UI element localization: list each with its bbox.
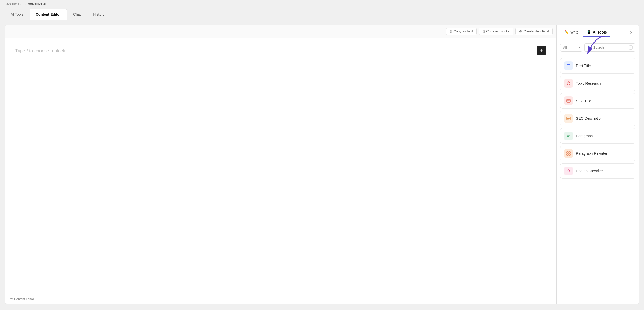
editor-content[interactable]: Type / to choose a block +: [5, 38, 556, 295]
main-area: ⎘ Copy as Text ⎘ Copy as Blocks ⊕ Create…: [5, 25, 639, 304]
copy-as-blocks-label: Copy as Blocks: [486, 29, 509, 33]
breadcrumb-current: CONTENT AI: [28, 3, 46, 6]
sidebar-panel: ✏️ Write 📱 AI Tools × All SEO Content So…: [557, 25, 639, 304]
sidebar-tab-ai-tools[interactable]: 📱 AI Tools: [583, 28, 610, 37]
svg-rect-14: [567, 136, 569, 137]
svg-point-3: [567, 82, 570, 85]
search-icon: 🔍: [587, 45, 592, 50]
search-box[interactable]: 🔍 /: [584, 43, 635, 52]
create-post-icon: ⊕: [519, 29, 522, 33]
svg-rect-16: [569, 152, 570, 153]
sidebar-controls: All SEO Content Social ▾ 🔍 /: [557, 40, 639, 55]
svg-rect-11: [567, 119, 569, 120]
svg-rect-2: [567, 67, 568, 67]
breadcrumb-separator: /: [25, 3, 26, 6]
paragraph-label: Paragraph: [576, 134, 593, 138]
editor-toolbar: ⎘ Copy as Text ⎘ Copy as Blocks ⊕ Create…: [5, 25, 556, 38]
svg-rect-7: [567, 101, 569, 101]
tool-item-post-title[interactable]: Post Title: [560, 58, 635, 74]
svg-rect-17: [567, 154, 568, 155]
copy-text-icon: ⎘: [450, 29, 452, 33]
topic-research-label: Topic Research: [576, 81, 601, 85]
editor-footer: RM Content Editor: [5, 295, 556, 304]
tab-ai-tools[interactable]: AI Tools: [5, 9, 29, 20]
create-new-post-label: Create New Post: [524, 29, 549, 33]
post-title-icon: [564, 61, 573, 70]
editor-footer-label: RM Content Editor: [9, 297, 34, 301]
sidebar-tab-write[interactable]: ✏️ Write: [561, 28, 582, 37]
svg-rect-12: [567, 135, 570, 135]
sidebar-header: ✏️ Write 📱 AI Tools ×: [557, 25, 639, 40]
seo-description-label: SEO Description: [576, 116, 602, 120]
editor-placeholder: Type / to choose a block: [15, 48, 65, 54]
tool-item-topic-research[interactable]: Topic Research: [560, 76, 635, 91]
seo-title-icon: [564, 96, 573, 105]
tab-content-editor[interactable]: Content Editor: [30, 9, 67, 20]
tool-item-content-rewriter[interactable]: Content Rewriter: [560, 163, 635, 179]
paragraph-rewriter-label: Paragraph Rewriter: [576, 151, 607, 156]
tool-item-paragraph-rewriter[interactable]: Paragraph Rewriter: [560, 146, 635, 161]
write-tab-label: Write: [570, 30, 579, 34]
svg-rect-10: [567, 118, 570, 119]
svg-rect-15: [567, 152, 568, 153]
breadcrumb: DASHBOARD / CONTENT AI: [0, 0, 644, 8]
copy-blocks-icon: ⎘: [483, 29, 485, 33]
tabs-bar: AI Tools Content Editor Chat History: [0, 8, 644, 20]
tab-chat[interactable]: Chat: [67, 9, 87, 20]
sidebar-close-button[interactable]: ×: [628, 29, 635, 36]
svg-rect-0: [567, 64, 570, 65]
content-rewriter-icon: [564, 167, 573, 175]
svg-rect-18: [569, 154, 570, 155]
search-shortcut-badge: /: [629, 45, 633, 50]
paragraph-rewriter-icon: [564, 149, 573, 158]
topic-research-icon: [564, 79, 573, 88]
svg-rect-9: [567, 118, 570, 118]
write-icon: ✏️: [564, 30, 569, 34]
svg-point-4: [568, 83, 569, 84]
filter-select[interactable]: All SEO Content Social: [560, 44, 582, 52]
post-title-label: Post Title: [576, 64, 591, 68]
seo-title-label: SEO Title: [576, 99, 591, 103]
svg-rect-1: [567, 66, 569, 66]
svg-rect-6: [567, 100, 570, 101]
tool-item-seo-title[interactable]: SEO Title: [560, 93, 635, 109]
tab-history[interactable]: History: [87, 9, 110, 20]
content-rewriter-label: Content Rewriter: [576, 169, 603, 173]
copy-as-blocks-button[interactable]: ⎘ Copy as Blocks: [479, 28, 513, 35]
ai-tools-icon: 📱: [587, 30, 591, 34]
copy-as-text-button[interactable]: ⎘ Copy as Text: [446, 28, 477, 35]
filter-select-wrapper: All SEO Content Social ▾: [560, 44, 582, 52]
tools-list: Post Title Topic Research: [557, 55, 639, 304]
tool-item-paragraph[interactable]: Paragraph: [560, 128, 635, 144]
create-new-post-button[interactable]: ⊕ Create New Post: [515, 28, 553, 35]
paragraph-icon: [564, 132, 573, 140]
seo-description-icon: [564, 114, 573, 123]
breadcrumb-parent[interactable]: DASHBOARD: [5, 3, 24, 6]
copy-as-text-label: Copy as Text: [453, 29, 473, 33]
search-input[interactable]: [593, 46, 627, 50]
add-block-button[interactable]: +: [537, 46, 546, 55]
ai-tools-tab-label: AI Tools: [593, 30, 607, 34]
editor-panel: ⎘ Copy as Text ⎘ Copy as Blocks ⊕ Create…: [5, 25, 557, 304]
tool-item-seo-description[interactable]: SEO Description: [560, 111, 635, 126]
svg-rect-13: [567, 136, 570, 136]
